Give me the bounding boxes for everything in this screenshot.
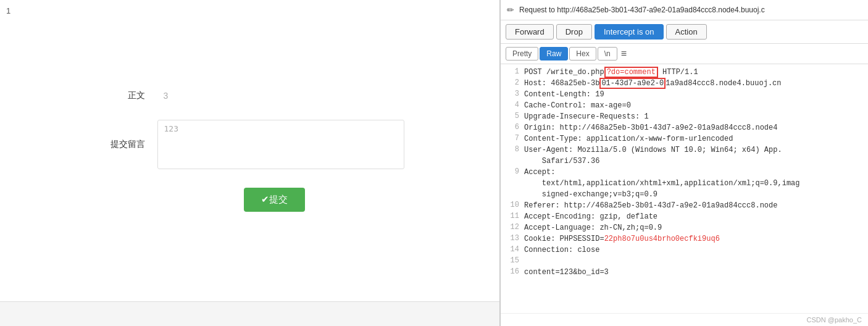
- form-row-submit: ✔提交: [120, 188, 429, 212]
- code-line: 1 POST /write_do.php?do=comment HTTP/1.1: [501, 67, 868, 78]
- code-line: 6 Origin: http://468a25eb-3b01-43d7-a9e2…: [501, 122, 868, 133]
- code-area: 1 POST /write_do.php?do=comment HTTP/1.1…: [501, 64, 868, 313]
- right-panel: ✏ Request to http://468a25eb-3b01-43d7-a…: [500, 0, 868, 326]
- request-url: Request to http://468a25eb-3b01-43d7-a9e…: [519, 6, 862, 14]
- forward-button[interactable]: Forward: [506, 24, 554, 40]
- code-line: 2 Host: 468a25eb-3b01-43d7-a9e2-01a9ad84…: [501, 78, 868, 89]
- form-area: 正文 3 提交留言 123 ✔提交: [0, 0, 499, 301]
- code-line: 8 User-Agent: Mozilla/5.0 (Windows NT 10…: [501, 144, 868, 167]
- tab-bar: Pretty Raw Hex \n ≡: [501, 44, 868, 64]
- pencil-icon: ✏: [507, 5, 514, 15]
- form-number: 3: [164, 91, 169, 101]
- action-button[interactable]: Action: [666, 24, 707, 40]
- message-label: 提交留言: [96, 139, 145, 150]
- code-line: 10 Referer: http://468a25eb-3b01-43d7-a9…: [501, 200, 868, 211]
- message-textarea[interactable]: 123: [157, 120, 404, 169]
- menu-icon[interactable]: ≡: [621, 48, 627, 59]
- submit-button[interactable]: ✔提交: [244, 188, 305, 212]
- tab-pretty[interactable]: Pretty: [506, 47, 538, 61]
- toolbar: Forward Drop Intercept is on Action: [501, 20, 868, 44]
- code-line: 12 Accept-Language: zh-CN,zh;q=0.9: [501, 222, 868, 233]
- code-line: 15: [501, 256, 868, 267]
- form-row-text: 正文 3: [96, 90, 404, 101]
- right-header: ✏ Request to http://468a25eb-3b01-43d7-a…: [501, 0, 868, 20]
- code-line: 14 Connection: close: [501, 244, 868, 256]
- code-line: 9 Accept: text/html,application/xhtml+xm…: [501, 167, 868, 200]
- code-line: 4 Cache-Control: max-age=0: [501, 100, 868, 111]
- intercept-button[interactable]: Intercept is on: [595, 24, 664, 40]
- line-number: 1: [6, 6, 10, 15]
- text-label: 正文: [96, 90, 145, 101]
- form-row-message: 提交留言 123: [96, 120, 404, 169]
- tab-newline[interactable]: \n: [598, 47, 617, 61]
- left-panel: 1 正文 3 提交留言 123 ✔提交: [0, 0, 500, 326]
- code-line: 16 content=123&bo_id=3: [501, 267, 868, 278]
- drop-button[interactable]: Drop: [556, 24, 592, 40]
- tab-raw[interactable]: Raw: [540, 47, 568, 61]
- left-footer: [0, 301, 499, 326]
- code-line: 3 Content-Length: 19: [501, 89, 868, 100]
- code-line: 11 Accept-Encoding: gzip, deflate: [501, 211, 868, 222]
- tab-hex[interactable]: Hex: [569, 47, 596, 61]
- code-line: 5 Upgrade-Insecure-Requests: 1: [501, 111, 868, 122]
- code-line: 13 Cookie: PHPSESSID=22ph8o7u0us4brho0ec…: [501, 233, 868, 244]
- code-line: 7 Content-Type: application/x-www-form-u…: [501, 133, 868, 144]
- credit-text: CSDN @pakho_C: [501, 313, 868, 326]
